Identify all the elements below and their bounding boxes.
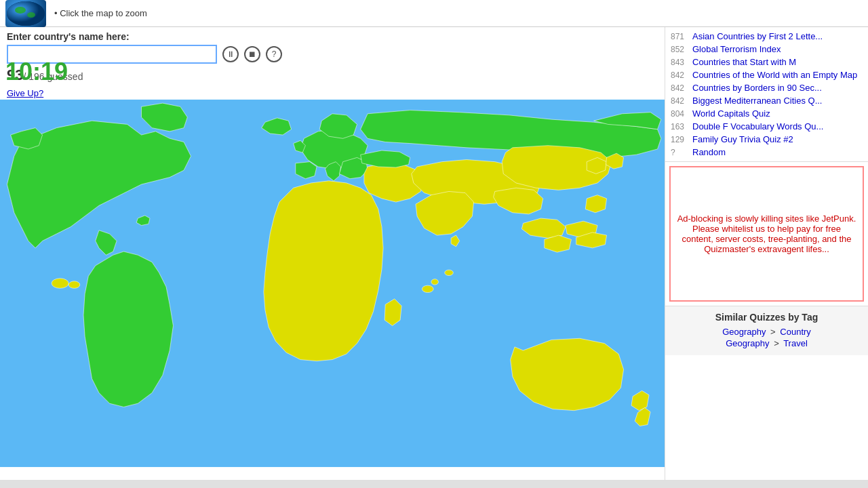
quiz-num: 843 bbox=[671, 58, 692, 67]
quiz-link[interactable]: Double F Vocabulary Words Qu... bbox=[692, 121, 823, 131]
quiz-link[interactable]: World Capitals Quiz bbox=[692, 108, 770, 119]
related-quizzes: 871Asian Countries by First 2 Lette...85… bbox=[665, 27, 868, 162]
quiz-num: 842 bbox=[671, 83, 692, 93]
tag-country[interactable]: Country bbox=[780, 327, 811, 337]
tag-travel[interactable]: Travel bbox=[783, 338, 808, 348]
help-button[interactable]: ? bbox=[266, 46, 282, 62]
stop-button[interactable]: ⏹ bbox=[244, 46, 260, 62]
quiz-num: 871 bbox=[671, 32, 692, 41]
similar-quizzes-title: Similar Quizzes by Tag bbox=[671, 312, 863, 323]
quiz-item: 843Countries that Start with M bbox=[665, 56, 868, 68]
tag-row-2: Geography > Travel bbox=[671, 338, 863, 348]
click-hint: • Click the map to zoom bbox=[54, 8, 147, 18]
quiz-link[interactable]: Countries by Borders in 90 Sec... bbox=[692, 83, 822, 93]
svg-point-41 bbox=[52, 279, 68, 289]
svg-point-1 bbox=[7, 1, 45, 26]
quiz-link[interactable]: Asian Countries by First 2 Lette... bbox=[692, 31, 823, 41]
quiz-num: ? bbox=[671, 148, 692, 157]
quiz-item: 804World Capitals Quiz bbox=[665, 107, 868, 120]
right-panel: 871Asian Countries by First 2 Lette...85… bbox=[665, 27, 868, 480]
svg-point-38 bbox=[431, 279, 438, 285]
quiz-item: 842Countries by Borders in 90 Sec... bbox=[665, 81, 868, 94]
similar-quizzes-section: Similar Quizzes by Tag Geography > Count… bbox=[665, 306, 868, 355]
svg-point-37 bbox=[422, 285, 433, 292]
quiz-item: ?Random bbox=[665, 146, 868, 159]
quiz-link[interactable]: Biggest Mediterranean Cities Q... bbox=[692, 96, 822, 106]
svg-point-2 bbox=[15, 7, 26, 14]
quiz-item: 129Family Guy Trivia Quiz #2 bbox=[665, 133, 868, 146]
quiz-num: 804 bbox=[671, 109, 692, 119]
quiz-link[interactable]: Random bbox=[692, 147, 726, 157]
quiz-label: Enter country's name here: bbox=[7, 31, 658, 42]
svg-point-42 bbox=[68, 281, 80, 288]
timer: 10:19 bbox=[5, 60, 68, 84]
quiz-num: 163 bbox=[671, 122, 692, 131]
ad-message: Ad-blocking is slowly killing sites like… bbox=[676, 214, 857, 254]
tag-geography-1[interactable]: Geography bbox=[722, 327, 766, 337]
quiz-item: 871Asian Countries by First 2 Lette... bbox=[665, 30, 868, 43]
quiz-link[interactable]: Countries that Start with M bbox=[692, 57, 796, 67]
bottom-bar bbox=[0, 480, 868, 488]
quiz-item: 842Biggest Mediterranean Cities Q... bbox=[665, 94, 868, 107]
tag-row-1: Geography > Country bbox=[671, 327, 863, 337]
quiz-num: 842 bbox=[671, 70, 692, 80]
quiz-item: 163Double F Vocabulary Words Qu... bbox=[665, 120, 868, 133]
map-container[interactable] bbox=[0, 87, 665, 480]
quiz-link[interactable]: Global Terrorism Index bbox=[692, 44, 781, 54]
tag-sep-2: > bbox=[774, 338, 779, 348]
quiz-link[interactable]: Family Guy Trivia Quiz #2 bbox=[692, 134, 793, 144]
quiz-item: 842Countries of the World with an Empty … bbox=[665, 68, 868, 81]
ad-box: Ad-blocking is slowly killing sites like… bbox=[669, 166, 864, 302]
pause-button[interactable]: ⏸ bbox=[222, 46, 239, 62]
quiz-link[interactable]: Countries of the World with an Empty Map bbox=[692, 70, 857, 80]
tag-geography-2[interactable]: Geography bbox=[726, 338, 769, 348]
quiz-num: 842 bbox=[671, 96, 692, 106]
svg-point-39 bbox=[445, 270, 454, 275]
quiz-num: 852 bbox=[671, 45, 692, 54]
quiz-item: 852Global Terrorism Index bbox=[665, 43, 868, 56]
globe-image bbox=[5, 0, 46, 27]
score-row: 93/ 196 guessed bbox=[7, 66, 658, 84]
svg-point-3 bbox=[27, 12, 35, 18]
tag-sep-1: > bbox=[770, 327, 776, 337]
quiz-num: 129 bbox=[671, 135, 692, 144]
